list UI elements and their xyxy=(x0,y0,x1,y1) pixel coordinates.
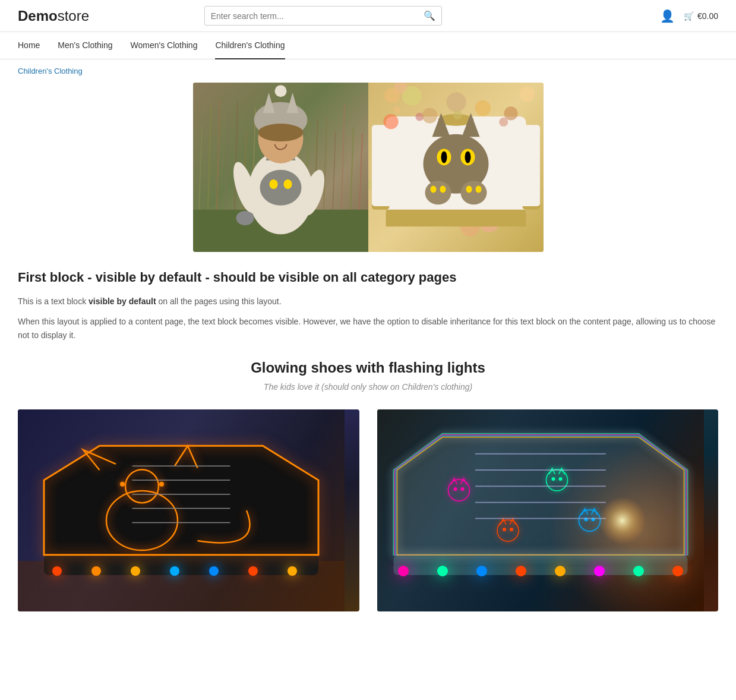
shoes-grid xyxy=(18,409,718,611)
first-block-text2: When this layout is applied to a content… xyxy=(18,315,718,342)
breadcrumb: Children's Clothing xyxy=(0,59,736,83)
first-block-title: First block - visible by default - shoul… xyxy=(18,270,718,285)
shoes-section-title: Glowing shoes with flashing lights xyxy=(18,360,718,376)
logo-bold: Demo xyxy=(18,8,58,24)
cart-icon: 🛒 xyxy=(684,11,694,21)
hero-images xyxy=(18,83,718,252)
hero-image-right xyxy=(368,83,544,252)
cart-button[interactable]: 🛒 €0.00 xyxy=(684,11,718,21)
first-content-block: First block - visible by default - shoul… xyxy=(18,270,718,342)
nav-item-womens[interactable]: Women's Clothing xyxy=(131,32,198,59)
text1-post: on all the pages using this layout. xyxy=(156,297,282,306)
user-icon[interactable]: 👤 xyxy=(660,9,675,23)
first-block-text1: This is a text block visible by default … xyxy=(18,295,718,308)
header-icons: 👤 🛒 €0.00 xyxy=(660,9,718,23)
search-bar: 🔍 xyxy=(204,6,442,26)
shoe-image-left xyxy=(18,409,359,611)
shoes-section-subtitle: The kids love it (should only show on Ch… xyxy=(18,382,718,392)
search-button[interactable]: 🔍 xyxy=(424,10,435,21)
shoe-image-right xyxy=(377,409,719,611)
site-header: Demostore 🔍 👤 🛒 €0.00 xyxy=(0,0,736,32)
main-content: First block - visible by default - shoul… xyxy=(0,83,736,635)
nav-item-mens[interactable]: Men's Clothing xyxy=(58,32,112,59)
text1-bold: visible by default xyxy=(89,297,156,306)
nav-item-childrens[interactable]: Children's Clothing xyxy=(215,32,285,59)
breadcrumb-link[interactable]: Children's Clothing xyxy=(18,67,83,75)
site-logo[interactable]: Demostore xyxy=(18,8,89,24)
text1-pre: This is a text block xyxy=(18,297,89,306)
main-nav: Home Men's Clothing Women's Clothing Chi… xyxy=(0,32,736,59)
hero-image-left xyxy=(193,83,368,252)
cart-price: €0.00 xyxy=(697,11,718,21)
nav-item-home[interactable]: Home xyxy=(18,32,40,59)
search-input[interactable] xyxy=(211,11,424,21)
logo-light: store xyxy=(58,8,89,24)
shoes-section: Glowing shoes with flashing lights The k… xyxy=(18,360,718,611)
